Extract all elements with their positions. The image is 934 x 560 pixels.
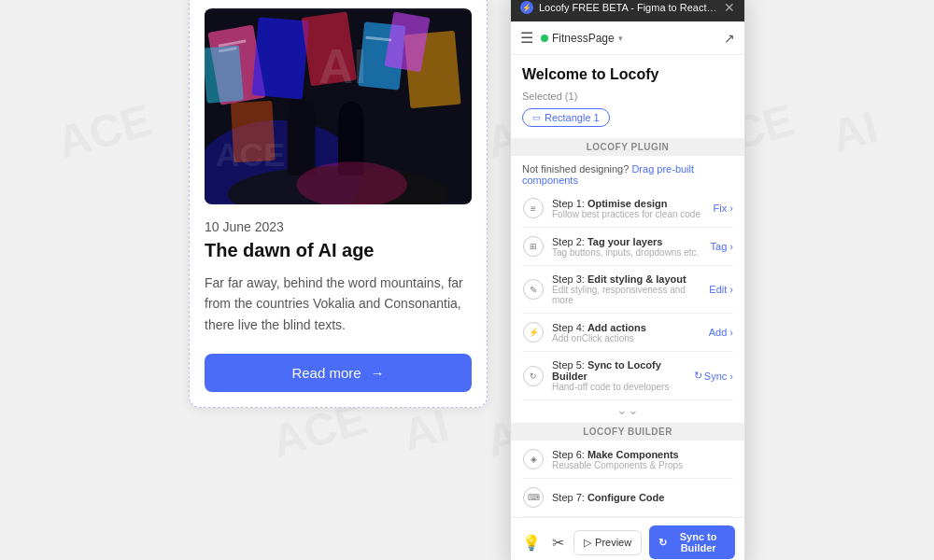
step-3-action[interactable]: Edit › — [709, 284, 733, 295]
step-item-7: ⌨ Step 7: Configure Code — [522, 479, 733, 517]
plugin-panel: Locofy FREE BETA - Figma to React, React… — [510, 0, 745, 560]
step-4-icon: ⚡ — [522, 321, 545, 343]
step-6-subtitle: Reusable Components & Props — [552, 460, 733, 470]
svg-rect-8 — [205, 45, 244, 103]
plugin-section-divider: LOCOFY PLUGIN — [511, 138, 744, 156]
step-2-content: Step 2: Tag your layers Tag buttons, inp… — [552, 236, 703, 258]
preview-button[interactable]: ▷ Preview — [573, 530, 642, 555]
selected-chip: ▭ Rectangle 1 — [522, 108, 610, 127]
panel-toolbar: ☰ FitnessPage ▾ ↗ — [511, 21, 744, 55]
card-title: The dawn of AI age — [205, 240, 472, 261]
step-4-content: Step 4: Add actions Add onClick actions — [552, 322, 701, 343]
step-item-4: ⚡ Step 4: Add actions Add onClick action… — [522, 314, 733, 352]
step-4-action[interactable]: Add › — [709, 327, 733, 338]
step-1-title: Step 1: Optimise design — [552, 198, 706, 209]
step-1-icon: ≡ — [522, 197, 545, 219]
card-image: AI ACE — [205, 8, 472, 204]
menu-icon[interactable]: ☰ — [520, 29, 533, 47]
main-content: AI ACE 10 June 2023 The dawn of AI age F… — [189, 0, 745, 560]
step-item-5: ↻ Step 5: Sync to Locofy Builder Hand-of… — [522, 352, 733, 400]
step-6-content: Step 6: Make Components Reusable Compone… — [552, 449, 733, 470]
svg-text:AI: AI — [318, 40, 366, 93]
bulb-icon-button[interactable]: 💡 — [520, 532, 543, 553]
step-1-action[interactable]: Fix › — [714, 203, 733, 214]
panel-footer: 💡 ✂ ▷ Preview ↻ Sync to Builder — [511, 517, 744, 560]
builder-steps-list: ◈ Step 6: Make Components Reusable Compo… — [522, 441, 733, 517]
sync-to-builder-button[interactable]: ↻ Sync to Builder — [649, 525, 735, 559]
step-5-content: Step 5: Sync to Locofy Builder Hand-off … — [552, 359, 686, 392]
svg-text:ACE: ACE — [216, 136, 286, 174]
step-2-title: Step 2: Tag your layers — [552, 236, 703, 247]
step-6-icon: ◈ — [522, 448, 545, 470]
step-3-title: Step 3: Edit styling & layout — [552, 273, 701, 285]
preview-label: Preview — [595, 537, 631, 548]
step-5-icon: ↻ — [522, 365, 545, 387]
panel-title: Locofy FREE BETA - Figma to React, React… — [539, 2, 718, 13]
step-2-icon: ⊞ — [522, 235, 545, 258]
chip-text: Rectangle 1 — [545, 112, 600, 123]
step-6-title: Step 6: Make Components — [552, 449, 733, 460]
selected-label: Selected (1) — [522, 91, 733, 102]
step-7-title: Step 7: Configure Code — [552, 492, 733, 503]
step-7-icon: ⌨ — [522, 486, 545, 509]
step-4-subtitle: Add onClick actions — [552, 333, 701, 343]
double-chevron-icon: ⌄⌄ — [522, 400, 733, 419]
welcome-title: Welcome to Locofy — [522, 66, 733, 83]
step-item-3: ✎ Step 3: Edit styling & layout Edit sty… — [522, 266, 733, 314]
step-1-content: Step 1: Optimise design Follow best prac… — [552, 198, 706, 219]
card-body: Far far away, behind the word mountains,… — [205, 273, 472, 335]
not-finished-text: Not finished designing? Drag pre-built c… — [522, 156, 733, 189]
locofy-icon — [520, 1, 533, 14]
page-name: FitnessPage — [552, 32, 615, 45]
svg-point-6 — [339, 102, 363, 126]
page-status-dot — [541, 35, 548, 42]
read-more-arrow: → — [371, 365, 385, 381]
step-1-subtitle: Follow best practices for clean code — [552, 209, 706, 219]
close-button[interactable]: ✕ — [724, 0, 735, 15]
step-item-2: ⊞ Step 2: Tag your layers Tag buttons, i… — [522, 228, 733, 266]
step-7-content: Step 7: Configure Code — [552, 492, 733, 503]
external-link-icon[interactable]: ↗ — [724, 31, 735, 46]
panel-titlebar: Locofy FREE BETA - Figma to React, React… — [511, 0, 744, 21]
step-4-title: Step 4: Add actions — [552, 322, 701, 333]
chip-icon: ▭ — [532, 113, 541, 122]
preview-play-icon: ▷ — [584, 537, 591, 549]
step-5-subtitle: Hand-off code to developers — [552, 382, 686, 392]
chevron-down-icon: ▾ — [618, 34, 623, 43]
sync-to-builder-label: Sync to Builder — [671, 531, 726, 553]
step-3-content: Step 3: Edit styling & layout Edit styli… — [552, 273, 701, 305]
step-2-subtitle: Tag buttons, inputs, dropdowns etc. — [552, 247, 703, 258]
step-5-title: Step 5: Sync to Locofy Builder — [552, 359, 686, 382]
step-item-6: ◈ Step 6: Make Components Reusable Compo… — [522, 441, 733, 479]
step-5-action[interactable]: ↻ Sync › — [694, 370, 733, 382]
step-3-icon: ✎ — [522, 278, 545, 301]
panel-body: Welcome to Locofy Selected (1) ▭ Rectang… — [511, 55, 744, 517]
step-2-action[interactable]: Tag › — [711, 241, 733, 252]
sync-to-builder-icon: ↻ — [658, 537, 667, 549]
sync-small-icon: ↻ — [694, 370, 702, 382]
svg-rect-9 — [252, 17, 309, 99]
read-more-label: Read more — [291, 365, 361, 381]
blog-card: AI ACE 10 June 2023 The dawn of AI age F… — [189, 0, 488, 408]
step-3-subtitle: Edit styling, responsiveness and more — [552, 285, 701, 305]
page-selector[interactable]: FitnessPage ▾ — [541, 32, 716, 45]
step-item-1: ≡ Step 1: Optimise design Follow best pr… — [522, 189, 733, 228]
read-more-button[interactable]: Read more → — [205, 354, 472, 392]
builder-section-divider: LOCOFY BUILDER — [511, 423, 744, 441]
card-date: 10 June 2023 — [205, 219, 472, 234]
scissors-icon-button[interactable]: ✂ — [550, 532, 566, 553]
svg-point-4 — [289, 96, 315, 122]
steps-list: ≡ Step 1: Optimise design Follow best pr… — [522, 189, 733, 400]
